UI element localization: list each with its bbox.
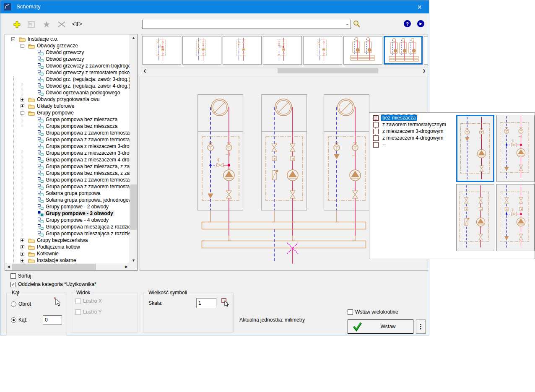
- tree-item[interactable]: Grupa pompowa mieszająca z rozdzielaczem…: [5, 230, 130, 237]
- tree-item[interactable]: Kotłownie: [5, 250, 130, 257]
- checkbox-icon[interactable]: [348, 309, 353, 315]
- tree-expander-slot[interactable]: [21, 252, 28, 256]
- checkbox-icon[interactable]: [10, 273, 16, 279]
- separate-category-checkbox[interactable]: ✓ Oddzielna kategoria *Użytkownika*: [10, 281, 96, 287]
- tree-expander-slot[interactable]: [21, 44, 28, 48]
- tree-item[interactable]: Grupa pompowa z mieszaczem 3-drogowym: [5, 150, 130, 156]
- tree-item[interactable]: Solarna grupa pompowa: [5, 190, 130, 197]
- insert-multiple-checkbox[interactable]: Wstaw wielokrotnie: [348, 309, 398, 315]
- tree-item[interactable]: Obwody przygotowania cwu: [5, 96, 130, 103]
- collapse-icon[interactable]: [11, 37, 15, 41]
- tree-item[interactable]: Obwody grzewcze: [5, 42, 130, 49]
- variant-thumbnail[interactable]: [496, 184, 535, 251]
- strip-thumbnail[interactable]: [142, 36, 181, 65]
- sort-checkbox[interactable]: Sortuj: [10, 273, 31, 279]
- tree-item[interactable]: Obwód grzewczy: [5, 56, 130, 62]
- tree-vscroll-thumb[interactable]: [130, 184, 137, 230]
- tree-expander-slot[interactable]: [21, 245, 28, 249]
- rotate-radio[interactable]: Obrót: [11, 301, 31, 307]
- tree-item[interactable]: Grupa pompowa z zaworem termostatycznym: [5, 136, 130, 143]
- strip-thumbnail[interactable]: [223, 36, 262, 65]
- tree-item[interactable]: Grupa pompowa z mieszaczem 3-drogowym: [5, 143, 130, 150]
- chevron-down-icon[interactable]: ⌄: [345, 21, 349, 26]
- expand-icon[interactable]: [21, 252, 24, 256]
- radio-icon[interactable]: [11, 301, 16, 307]
- tree-item[interactable]: Grupa pompowa z zaworem termostatycznym: [5, 183, 130, 190]
- variant-item[interactable]: bez mieszacza: [372, 114, 454, 121]
- more-options-button[interactable]: ⋮: [416, 319, 426, 334]
- tree-hscroll-thumb[interactable]: [12, 264, 96, 270]
- pick-scale-button[interactable]: [221, 298, 231, 309]
- scroll-down-icon[interactable]: ▼: [130, 257, 137, 263]
- expand-icon[interactable]: [21, 245, 24, 249]
- tree-item[interactable]: Grupy pompowe - 3 obwody: [5, 210, 130, 217]
- tree-expander-slot[interactable]: [21, 259, 28, 262]
- close-icon[interactable]: ✕: [410, 0, 429, 13]
- text-symbol-button[interactable]: <T>: [73, 20, 82, 29]
- expand-icon[interactable]: [21, 259, 24, 262]
- delete-button[interactable]: [57, 20, 66, 29]
- angle-input[interactable]: [43, 315, 62, 325]
- scroll-up-icon[interactable]: ▲: [130, 34, 137, 41]
- variant-thumbnail[interactable]: [496, 115, 535, 182]
- variant-item[interactable]: z mieszaczem 4-drogowym: [372, 135, 454, 141]
- tree-item[interactable]: Grupy pompowe: [5, 109, 130, 116]
- tree-item[interactable]: Grupa pompowa bez mieszacza, z zaworem n: [5, 163, 130, 170]
- scroll-left-icon[interactable]: ◀: [5, 263, 12, 270]
- tree-hscrollbar[interactable]: ◀ ▶: [5, 263, 130, 270]
- collapse-icon[interactable]: [21, 111, 24, 115]
- tree-item[interactable]: Grupa pompowa z mieszaczem 4-drogowym: [5, 156, 130, 163]
- tree-item[interactable]: Grupa pompowa mieszająca z rozdzielaczem…: [5, 223, 130, 230]
- expand-icon[interactable]: [21, 98, 24, 101]
- search-input[interactable]: [143, 21, 342, 29]
- expand-icon[interactable]: [21, 239, 24, 242]
- add-category-button[interactable]: [12, 20, 21, 29]
- search-button[interactable]: [353, 20, 361, 30]
- tree-item[interactable]: Obwód grz. (regulacja: zawór 3-drog.): [5, 76, 130, 83]
- variant-thumbnail[interactable]: [456, 115, 494, 182]
- angle-radio[interactable]: Kąt:: [11, 317, 27, 323]
- run-button[interactable]: ▶: [417, 20, 424, 27]
- tree-vscrollbar[interactable]: ▲ ▼: [130, 34, 137, 263]
- tree-item[interactable]: Grupy pompowe - 2 obwody: [5, 203, 130, 210]
- tree-item[interactable]: Obwód ogrzewania podłogowego: [5, 89, 130, 96]
- tree-item[interactable]: Układy buforowe: [5, 103, 130, 109]
- strip-thumbnail[interactable]: [424, 36, 428, 65]
- tree-expander-slot[interactable]: [21, 104, 28, 108]
- variant-item[interactable]: z mieszaczem 3-drogowym: [372, 128, 454, 135]
- favorite-button[interactable]: ★: [42, 20, 51, 29]
- tree-item[interactable]: Grupa pompowa z zaworem termostatycznym: [5, 130, 130, 136]
- tree-item[interactable]: Grupa pompowa bez mieszacza, z zaworem n: [5, 170, 130, 177]
- variant-thumbnail[interactable]: [456, 184, 494, 251]
- radio-icon[interactable]: [11, 317, 16, 323]
- tree-item[interactable]: Solarna grupa pompowa, jednodrogowa: [5, 197, 130, 203]
- tree-item[interactable]: Instalacje c.o.: [5, 36, 130, 42]
- tree-item[interactable]: Obwód grzewczy z termostatem pokojowym: [5, 69, 130, 76]
- scroll-left-icon[interactable]: ❮: [141, 67, 148, 74]
- strip-scrollbar[interactable]: ❮ ❯: [141, 67, 428, 74]
- tree-expander-slot[interactable]: [21, 98, 28, 101]
- strip-scroll-thumb[interactable]: [278, 68, 378, 73]
- checkbox-icon[interactable]: ✓: [10, 282, 16, 287]
- tree-item[interactable]: Grupa pompowa bez mieszacza: [5, 116, 130, 123]
- tree-item[interactable]: Grupa pompowa bez mieszacza: [5, 123, 130, 130]
- tree-expander-slot[interactable]: [21, 239, 28, 242]
- tree-item[interactable]: Podłączenia kotłów: [5, 244, 130, 250]
- insert-button[interactable]: Wstaw: [348, 319, 413, 334]
- tree-item[interactable]: Grupa pompowa z zaworem termostatycznym: [5, 177, 130, 183]
- tree-expander-slot[interactable]: [21, 111, 28, 115]
- title-bar[interactable]: Schematy ✕: [0, 0, 429, 13]
- help-button[interactable]: ?: [404, 20, 411, 27]
- scroll-right-icon[interactable]: ▶: [123, 263, 130, 270]
- strip-thumbnail[interactable]: [384, 36, 423, 65]
- tree-item[interactable]: Obwód grz. (regulacja: zawór 4-drog.): [5, 83, 130, 89]
- scale-input[interactable]: [196, 298, 216, 308]
- search-combobox[interactable]: ⌄: [142, 20, 351, 29]
- strip-thumbnail[interactable]: [182, 36, 221, 65]
- tree-item[interactable]: Obwód grzewczy: [5, 49, 130, 56]
- expand-icon[interactable]: [21, 104, 24, 108]
- tree-item[interactable]: Obwód grzewczy z zaworem trójdrogowym: [5, 62, 130, 69]
- tree-expander-slot[interactable]: [11, 37, 19, 41]
- strip-thumbnail[interactable]: [343, 36, 382, 65]
- details-view-button[interactable]: [27, 20, 36, 29]
